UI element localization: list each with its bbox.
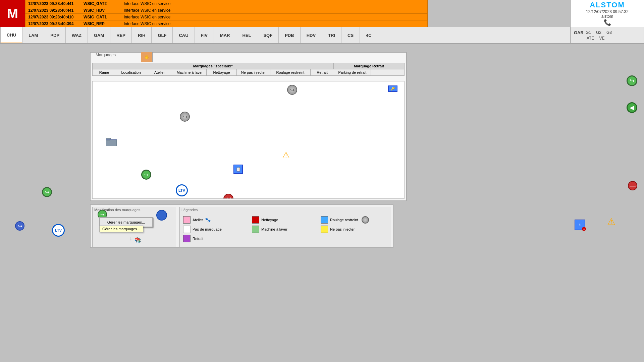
- legendes-title: Légendes: [180, 207, 391, 213]
- notif-row-2: 12/07/2023 09:28:40:441 WSIC_HDV Interfa…: [25, 7, 427, 14]
- col-extra: [371, 69, 376, 75]
- col-roulage-restreint[interactable]: Roulage restreint: [270, 69, 311, 75]
- icon-red-arrow[interactable]: ↩: [223, 194, 233, 199]
- legend-atelier: Atelier 🐾: [183, 216, 250, 224]
- outside-red-circle-right[interactable]: —: [628, 181, 637, 190]
- legend-atelier-icon: 🐾: [205, 217, 211, 223]
- outside-green-left[interactable]: ↪: [42, 187, 52, 197]
- icon-warning-1[interactable]: ⚠: [282, 150, 290, 161]
- table-headers: Marquages "spéciaux" Marquage Retrait Ra…: [92, 63, 405, 76]
- right-nav: GAR G1 G2 G3 ATE VE: [570, 27, 644, 44]
- notif-source-3: WSIC_GAT1: [84, 15, 124, 19]
- icon-gray-arrow-1[interactable]: ↪: [287, 85, 297, 95]
- right-nav-g1[interactable]: G1: [586, 30, 591, 35]
- notif-message-2: Interface WSIC en service: [124, 8, 425, 13]
- legend-pas-marquage: Pas de marquage: [183, 226, 250, 233]
- legend-roulage: Roulage restreint: [321, 216, 387, 224]
- icon-gray-arrow-2[interactable]: ↪: [180, 112, 190, 122]
- outside-green-circle-top[interactable]: ↪: [627, 75, 637, 86]
- nav-item-rep[interactable]: REP: [110, 27, 132, 43]
- legend-machine-laver: Machine à laver: [252, 226, 319, 233]
- blue-circle-button[interactable]: [156, 210, 167, 221]
- nav-item-gam[interactable]: GAM: [88, 27, 110, 43]
- outside-ltv-left[interactable]: LTV: [52, 224, 65, 237]
- nav-item-lam[interactable]: LAM: [22, 27, 44, 43]
- legend-label-atelier: Atelier: [193, 218, 203, 222]
- notif-source-2: WSIC_HDV: [84, 8, 124, 13]
- nav-item-fiv[interactable]: FIV: [195, 27, 214, 43]
- nav-item-cau[interactable]: CAU: [173, 27, 195, 43]
- outside-green-arrow-mid[interactable]: ◀: [627, 102, 637, 113]
- logo-area: ALSTOM 12/12/07/2023 09:57:32 alstom 📞: [570, 0, 644, 27]
- legend-color-machine-laver: [252, 226, 259, 233]
- stack-icon: 📚: [135, 237, 141, 243]
- nav-item-glf[interactable]: GLF: [152, 27, 173, 43]
- legend-ne-pas-injecter: Ne pas injecter: [321, 226, 387, 233]
- legend-color-nettoyage: [252, 216, 259, 224]
- outside-info-badge[interactable]: ℹ ×: [575, 220, 585, 230]
- logo-user: alstom: [601, 14, 613, 19]
- legend-color-ne-pas-injecter: [321, 226, 328, 233]
- col-retrait[interactable]: Retrait: [311, 69, 334, 75]
- icon-blue-square[interactable]: 📋: [233, 165, 243, 174]
- col-nettoyage[interactable]: Nettoyage: [207, 69, 237, 75]
- notif-time-3: 12/07/2023 09:28:40:410: [28, 15, 84, 19]
- right-nav-g2[interactable]: G2: [596, 30, 601, 35]
- right-nav-gar-label: GAR: [574, 30, 586, 35]
- icon-ltv-1[interactable]: LTV: [176, 184, 188, 196]
- icon-green-circle-1[interactable]: ↪: [141, 170, 151, 180]
- col-localisation[interactable]: Localisation: [116, 69, 146, 75]
- legendes-section: Légendes Atelier 🐾 Nettoyage Roulage res…: [179, 207, 391, 247]
- notif-source-1: WSIC_GAT2: [84, 1, 124, 6]
- scroll-area[interactable]: ↪ 🔑 ↪ ⚠ 📋 ↪ LTV: [92, 81, 405, 199]
- icon-folder[interactable]: [106, 137, 117, 147]
- nav-item-mar[interactable]: MAR: [214, 27, 236, 43]
- icon-key-blue[interactable]: 🔑: [388, 85, 397, 92]
- col-atelier[interactable]: Atelier: [146, 69, 173, 75]
- legend-label-pas-marquage: Pas de marquage: [193, 227, 222, 231]
- tooltip-text: Gérer les marquages...: [102, 227, 140, 231]
- legendes-grid: Atelier 🐾 Nettoyage Roulage restreint Pa…: [180, 214, 391, 244]
- nav-item-sqf[interactable]: SQF: [257, 27, 279, 43]
- nav-item-chu[interactable]: CHU: [0, 27, 22, 43]
- svg-rect-2: [106, 139, 117, 140]
- legend-color-atelier: [183, 216, 191, 224]
- nav-item-hdv[interactable]: HDV: [301, 27, 322, 43]
- cursor-icon: ↓: [129, 236, 132, 242]
- nav-item-pdp[interactable]: PDP: [44, 27, 66, 43]
- legend-color-pas-marquage: [183, 226, 191, 233]
- m-logo: M: [0, 0, 25, 27]
- marquages-panel: Marquages 🖐 Marquages "spéciaux" Marquag…: [90, 52, 407, 201]
- notif-time-4: 12/07/2023 09:28:40:394: [28, 21, 84, 26]
- legend-nettoyage: Nettoyage: [252, 216, 319, 224]
- notif-row-1: 12/07/2023 09:28:40:441 WSIC_GAT2 Interf…: [25, 0, 427, 7]
- nav-item-rih[interactable]: RIH: [132, 27, 152, 43]
- nav-item-cs[interactable]: CS: [341, 27, 360, 43]
- notif-message-3: Interface WSIC en service: [124, 15, 425, 19]
- notif-source-4: WSIC_REP: [84, 21, 124, 26]
- outside-blue-arrow-left[interactable]: ↪: [15, 221, 24, 231]
- col-parking-retrait[interactable]: Parking de retrait: [334, 69, 371, 75]
- header-marquage-retrait: Marquage Retrait: [334, 63, 404, 69]
- col-ne-pas-injecter[interactable]: Ne pas injecter: [237, 69, 270, 75]
- alstom-logo: ALSTOM: [590, 1, 625, 9]
- right-nav-ve[interactable]: VE: [599, 36, 604, 41]
- logo-date: 12/12/07/2023 09:57:32: [586, 9, 629, 14]
- col-machine-laver[interactable]: Machine à laver: [173, 69, 207, 75]
- legend-roulage-circle: [362, 216, 369, 224]
- notif-row-3: 12/07/2023 09:28:40:410 WSIC_GAT1 Interf…: [25, 14, 427, 20]
- right-nav-ate[interactable]: ATE: [587, 36, 594, 41]
- nav-item-tri[interactable]: TRI: [322, 27, 341, 43]
- legend-label-machine-laver: Machine à laver: [261, 227, 287, 231]
- col-rame[interactable]: Rame: [93, 69, 116, 75]
- right-nav-g3[interactable]: G3: [606, 30, 612, 35]
- legend-color-retrait: [183, 235, 191, 242]
- nav-item-4c[interactable]: 4C: [360, 27, 378, 43]
- nav-item-hel[interactable]: HEL: [236, 27, 257, 43]
- nav-item-waz[interactable]: WAZ: [66, 27, 88, 43]
- notif-message-4: Interface WSIC en service: [124, 21, 425, 26]
- notif-time-1: 12/07/2023 09:28:40:441: [28, 1, 84, 6]
- legend-retrait: Retrait: [183, 235, 250, 242]
- nav-item-pdb[interactable]: PDB: [279, 27, 300, 43]
- marquages-tab[interactable]: 🖐: [141, 52, 153, 62]
